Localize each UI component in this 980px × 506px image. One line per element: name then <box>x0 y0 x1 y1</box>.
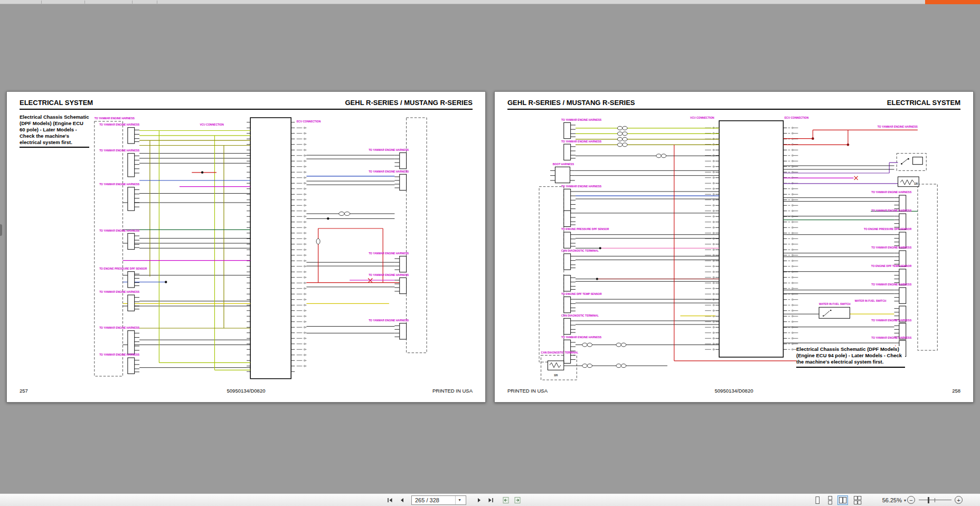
continuous-facing-icon <box>853 496 862 504</box>
harness-label: TO YANMAR ENGINE HARNESS <box>878 125 918 128</box>
continuous-facing-view-button[interactable] <box>852 495 863 505</box>
water-in-fuel-switch: WATER IN FUEL SWITCH WATER IN FUEL SWITC… <box>819 299 887 318</box>
harness-label: TO YANMAR ENGINE HARNESS <box>369 148 409 151</box>
last-page-icon <box>488 497 494 503</box>
dpf-pressure-label: TO ENGINE PRESSURE DPF SENSOR <box>99 267 147 270</box>
header-rule <box>507 109 960 110</box>
resistor-value: 120 <box>914 183 918 185</box>
page-number-input[interactable] <box>412 497 455 503</box>
wiring-right <box>306 155 406 333</box>
harness-label: TO YANMAR ENGINE HARNESS <box>871 319 912 322</box>
previous-page-button[interactable] <box>397 495 407 505</box>
harness-label: TO YANMAR ENGINE HARNESS <box>871 246 912 250</box>
continuous-view-button[interactable] <box>825 495 835 505</box>
vcu-connection-label: VCU CONNECTION <box>200 123 224 126</box>
harness-label: TO YANMAR ENGINE HARNESS <box>99 229 140 232</box>
document-page-257: TO YANMAR ENGINE HARNESS TO YANMAR ENGIN… <box>6 91 486 403</box>
harness-label: TO YANMAR ENGINE HARNESS <box>871 336 912 339</box>
relay-switch-box <box>901 157 922 165</box>
wiring-left <box>123 131 250 370</box>
harness-label: TO YANMAR ENGINE HARNESS <box>99 123 140 126</box>
document-code: 50950134/D0820 <box>658 388 809 394</box>
header-rule <box>20 109 473 110</box>
harness-label: TO YANMAR ENGINE HARNESS <box>561 140 602 143</box>
zoom-value: 56.25% <box>882 497 902 503</box>
can-terminal-label: CAN DIAGNOSTIC TERMINAL <box>561 249 599 252</box>
harness-label: TO YANMAR ENGINE HARNESS <box>561 336 602 339</box>
can-terminator: 120 CAN DIAGNOSTIC TERMINAL <box>541 351 579 377</box>
page-header-right: ELECTRICAL SYSTEM <box>887 99 960 107</box>
page-number-box: ▾ <box>411 495 466 505</box>
dpf-temp-label: TO ENGINE DPF TEMP SENSOR <box>561 292 602 295</box>
last-page-button[interactable] <box>486 495 496 505</box>
pdf-viewer-window: TO YANMAR ENGINE HARNESS TO YANMAR ENGIN… <box>0 0 980 506</box>
page-dropdown-caret[interactable]: ▾ <box>455 496 464 504</box>
vcu-connection-label: VCU CONNECTION <box>690 116 714 119</box>
page-header-right: GEHL R-SERIES / MUSTANG R-SERIES <box>345 99 473 107</box>
next-view-icon <box>513 497 522 504</box>
page-footer: 257 50950134/D0820 PRINTED IN USA <box>20 388 473 394</box>
prev-view-icon <box>502 497 510 504</box>
dpf-pressure-label: TO ENGINE PRESSURE DPF SENSOR <box>561 228 609 231</box>
first-page-button[interactable] <box>385 495 394 505</box>
window-accent-tab <box>925 0 980 4</box>
facing-page-icon <box>838 496 847 504</box>
harness-label: TO YANMAR ENGINE HARNESS <box>369 170 409 173</box>
harness-label: TO YANMAR ENGINE HARNESS <box>561 118 602 121</box>
bottom-toolbar: ▾ 56.25% ▾ − <box>0 493 980 506</box>
facing-view-button[interactable] <box>837 495 848 505</box>
dpf-pressure-label: TO ENGINE PRESSURE DPF SENSOR <box>864 228 912 231</box>
schematic-note: Electrical Chassis Schematic (DPF Models… <box>796 346 905 368</box>
harness-label: TO YANMAR ENGINE HARNESS <box>369 319 409 322</box>
harness-label: TO YANMAR ENGINE HARNESS <box>99 354 140 357</box>
next-view-button[interactable] <box>513 495 522 505</box>
boot-harness-label: BOOT HARNESS <box>553 163 574 166</box>
page-header-left: ELECTRICAL SYSTEM <box>20 99 93 107</box>
page-number: 258 <box>809 388 960 394</box>
document-page-258: WATER IN FUEL SWITCH WATER IN FUEL SWITC… <box>494 91 974 403</box>
left-connector-stack: TO YANMAR ENGINE HARNESS TO YANMAR ENGIN… <box>550 118 609 364</box>
inline-component-box <box>550 167 575 183</box>
zoom-out-button[interactable]: − <box>907 496 915 504</box>
harness-label: TO YANMAR ENGINE HARNESS <box>871 283 912 287</box>
previous-view-button[interactable] <box>501 495 511 505</box>
wif-label: WATER IN FUEL SWITCH <box>819 302 851 305</box>
zoom-in-button[interactable]: + <box>955 496 963 504</box>
schematic-note: Electrical Chassis Schematic (DPF Models… <box>20 114 89 148</box>
zoom-slider-track[interactable] <box>919 500 951 500</box>
terminating-resistor-right: 120 <box>898 177 919 187</box>
page-header-left: GEHL R-SERIES / MUSTANG R-SERIES <box>507 99 635 107</box>
harness-label: TO YANMAR ENGINE HARNESS <box>369 273 409 276</box>
zoom-slider-center-tick <box>935 498 935 502</box>
zoom-slider-thumb[interactable] <box>928 497 929 503</box>
document-canvas[interactable]: TO YANMAR ENGINE HARNESS TO YANMAR ENGIN… <box>0 4 980 493</box>
can-terminal-label: CAN DIAGNOSTIC TERMINAL <box>561 314 599 317</box>
vcu-connector-block <box>247 118 306 379</box>
harness-label: TO YANMAR ENGINE HARNESS <box>99 326 140 329</box>
next-page-button[interactable] <box>475 495 484 505</box>
harness-label: TO YANMAR ENGINE HARNESS <box>99 149 140 152</box>
harness-label: TO YANMAR ENGINE HARNESS <box>99 291 140 294</box>
right-connector-stack: TO YANMAR ENGINE HARNESS TO YANMAR ENGIN… <box>864 125 918 357</box>
wif-label: WATER IN FUEL SWITCH <box>855 299 887 302</box>
resistor-value: 120 <box>554 374 558 377</box>
printed-in: PRINTED IN USA <box>507 388 658 394</box>
panel-handle[interactable] <box>0 224 2 236</box>
ecu-connector-block <box>705 121 798 357</box>
can-terminal-label: CAN DIAGNOSTIC TERMINAL <box>541 351 579 354</box>
chevron-down-icon: ▾ <box>904 498 906 503</box>
prev-page-icon <box>399 497 405 503</box>
continuous-page-icon <box>826 496 834 504</box>
single-page-view-button[interactable] <box>812 495 823 505</box>
dpf-temp-label: TO ENGINE DPF TEMP SENSOR <box>871 265 912 268</box>
single-page-icon <box>813 496 822 504</box>
harness-label: TO YANMAR ENGINE HARNESS <box>561 185 602 188</box>
harness-label: TO YANMAR ENGINE HARNESS <box>99 183 140 186</box>
window-top-strip <box>0 0 980 4</box>
document-code: 50950134/D0820 <box>171 388 322 394</box>
shield-connector-symbols <box>582 126 666 367</box>
zoom-level-dropdown[interactable]: 56.25% ▾ <box>869 495 906 505</box>
harness-label: TO YANMAR ENGINE HARNESS <box>369 252 409 255</box>
ecu-connection-label: ECU CONNECTION <box>297 120 321 123</box>
next-page-icon <box>476 497 483 503</box>
